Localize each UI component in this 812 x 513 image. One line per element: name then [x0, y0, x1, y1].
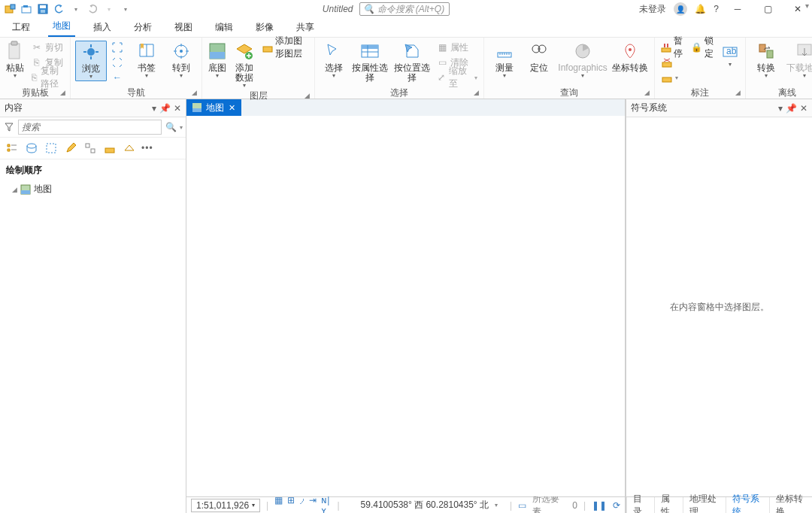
sb-correction-icon[interactable]: ɴ|ʏ — [321, 495, 331, 514]
list-selection-button[interactable] — [44, 141, 59, 156]
tab-analysis[interactable]: 分析 — [129, 18, 156, 37]
coord-convert-button[interactable]: 坐标转换 — [611, 41, 650, 73]
infographics-button[interactable]: Infographics ▾ — [558, 41, 607, 80]
pin-icon[interactable]: 📌 — [159, 103, 171, 114]
dialog-launcher-icon[interactable]: ◢ — [304, 92, 310, 99]
undo-dropdown-icon[interactable]: ▾ — [69, 2, 83, 16]
explore-button[interactable]: 浏览 ▾ — [75, 41, 107, 81]
undo-icon[interactable] — [53, 2, 66, 16]
dialog-launcher-icon[interactable]: ◢ — [735, 89, 741, 96]
search-dropdown-icon[interactable]: ▾ — [180, 124, 183, 131]
search-icon[interactable]: 🔍 — [165, 121, 177, 133]
new-project-icon[interactable] — [3, 2, 17, 16]
select-button[interactable]: 选择 ▾ — [320, 41, 348, 80]
notification-icon[interactable]: 🔔 — [695, 4, 706, 14]
locate-button[interactable]: 定位 — [523, 41, 555, 73]
list-snapping-button[interactable] — [83, 141, 98, 156]
minimize-icon[interactable]: ─ — [726, 2, 749, 17]
copy-path-button[interactable]: ⎘复制路径 — [29, 71, 65, 84]
refresh-icon[interactable]: ⟳ — [613, 500, 620, 511]
list-labeling-button[interactable] — [102, 141, 117, 156]
login-status[interactable]: 未登录 — [639, 3, 666, 16]
goto-button[interactable]: 转到 ▾ — [165, 41, 197, 80]
close-panel-icon[interactable]: ✕ — [174, 103, 181, 114]
select-by-attr-button[interactable]: 按属性选择 — [351, 41, 390, 83]
side-tab-catalog[interactable]: 目录 — [626, 497, 654, 513]
more-label-button[interactable]: ▾ — [659, 71, 686, 84]
user-icon[interactable]: 👤 — [674, 2, 687, 16]
command-search[interactable]: 🔍 命令搜索 (Alt+Q) — [359, 2, 450, 16]
status-bar: 1:51,011,926 ▾ | ▦ ⊞ ⵰ ⇥ ɴ|ʏ | 59.410053… — [186, 496, 625, 513]
save-icon[interactable] — [36, 2, 50, 16]
contents-search-input[interactable] — [18, 120, 162, 135]
download-map-button[interactable]: 下载地图 ▾ — [785, 41, 812, 80]
fixed-zoom-in-button[interactable] — [110, 56, 128, 69]
pause-labeling-button[interactable]: 暂停 — [659, 41, 686, 54]
close-tab-icon[interactable]: ✕ — [229, 103, 235, 113]
panel-menu-icon[interactable]: ▾ — [152, 103, 156, 114]
lock-labeling-button[interactable]: 🔒锁定 — [689, 41, 717, 54]
redo-icon[interactable] — [86, 2, 99, 16]
open-project-icon[interactable] — [20, 2, 33, 16]
sb-grid-icon[interactable]: ▦ — [274, 495, 283, 514]
full-extent-button[interactable] — [110, 41, 128, 54]
measure-button[interactable]: 测量 ▾ — [489, 41, 520, 80]
svg-rect-34 — [47, 144, 56, 153]
pin-icon[interactable]: 📌 — [786, 103, 797, 114]
maximize-icon[interactable]: ▢ — [756, 2, 779, 17]
side-tab-geoprocessing[interactable]: 地理处理 — [683, 497, 726, 513]
dialog-launcher-icon[interactable]: ◢ — [192, 89, 197, 96]
add-data-button[interactable]: 添加数据 ▾ — [232, 41, 258, 90]
list-data-source-button[interactable] — [24, 141, 39, 156]
selected-features-icon[interactable]: ▭ — [518, 500, 526, 511]
dialog-launcher-icon[interactable]: ◢ — [60, 89, 65, 96]
cut-button[interactable]: ✂剪切 — [29, 41, 65, 54]
sb-snapgrid-icon[interactable]: ⊞ — [287, 495, 295, 514]
view-menu-icon[interactable]: ▾ — [805, 2, 809, 10]
help-icon[interactable]: ? — [714, 4, 719, 14]
tab-map[interactable]: 地图 — [48, 17, 75, 37]
close-panel-icon[interactable]: ✕ — [800, 103, 807, 114]
sb-dynamic-icon[interactable]: ⇥ — [309, 495, 317, 514]
bookmarks-button[interactable]: 书签 ▾ — [131, 41, 162, 80]
coord-dropdown-icon[interactable]: ▾ — [495, 502, 498, 508]
redo-dropdown-icon[interactable]: ▾ — [102, 2, 116, 16]
annotation-more-button[interactable]: ab ▾ — [720, 41, 741, 68]
prev-extent-button[interactable]: ← — [110, 71, 128, 84]
attributes-button[interactable]: ▦属性 — [435, 41, 479, 54]
select-by-loc-button[interactable]: 按位置选择 — [392, 41, 432, 83]
basemap-button[interactable]: 底图 ▾ — [207, 41, 229, 80]
svg-rect-1 — [11, 5, 15, 9]
list-draw-order-button[interactable] — [5, 141, 20, 156]
panel-menu-icon[interactable]: ▾ — [778, 103, 783, 114]
zoom-selection-button[interactable]: ⤢缩放至▾ — [435, 71, 479, 84]
side-tab-symbology[interactable]: 符号系统 — [726, 497, 769, 513]
tab-insert[interactable]: 插入 — [89, 18, 116, 37]
paste-icon — [5, 41, 26, 62]
sb-snap-icon[interactable]: ⵰ — [299, 495, 304, 514]
side-tab-coord[interactable]: 坐标转换 — [769, 497, 813, 513]
tab-edit[interactable]: 编辑 — [211, 18, 238, 37]
dialog-launcher-icon[interactable]: ◢ — [644, 89, 650, 96]
expand-icon[interactable]: ◢ — [12, 186, 17, 193]
pause-drawing-icon[interactable]: ❚❚ — [592, 500, 607, 511]
map-canvas[interactable] — [186, 116, 625, 496]
toc-item-map[interactable]: ◢ 地图 — [0, 181, 186, 197]
tab-project[interactable]: 工程 — [8, 18, 35, 37]
dialog-launcher-icon[interactable]: ◢ — [474, 89, 479, 96]
toc-more-icon[interactable]: ••• — [141, 143, 153, 153]
tab-imagery[interactable]: 影像 — [251, 18, 278, 37]
list-editing-button[interactable] — [63, 141, 78, 156]
add-graphics-button[interactable]: 添加图形图层 — [261, 41, 310, 54]
filter-icon[interactable] — [3, 121, 15, 133]
qat-customize-icon[interactable]: ▾ — [119, 2, 132, 16]
map-tab-label: 地图 — [206, 102, 224, 114]
side-tab-attributes[interactable]: 属性 — [654, 497, 682, 513]
paste-button[interactable]: 粘贴 ▾ — [5, 41, 26, 80]
tab-view[interactable]: 视图 — [170, 18, 197, 37]
view-unplaced-button[interactable] — [659, 56, 686, 69]
convert-button[interactable]: 转换 ▾ — [750, 41, 782, 80]
map-view-tab[interactable]: 地图 ✕ — [186, 99, 241, 116]
scale-selector[interactable]: 1:51,011,926 ▾ — [191, 499, 260, 512]
list-perspective-button[interactable] — [122, 141, 137, 156]
